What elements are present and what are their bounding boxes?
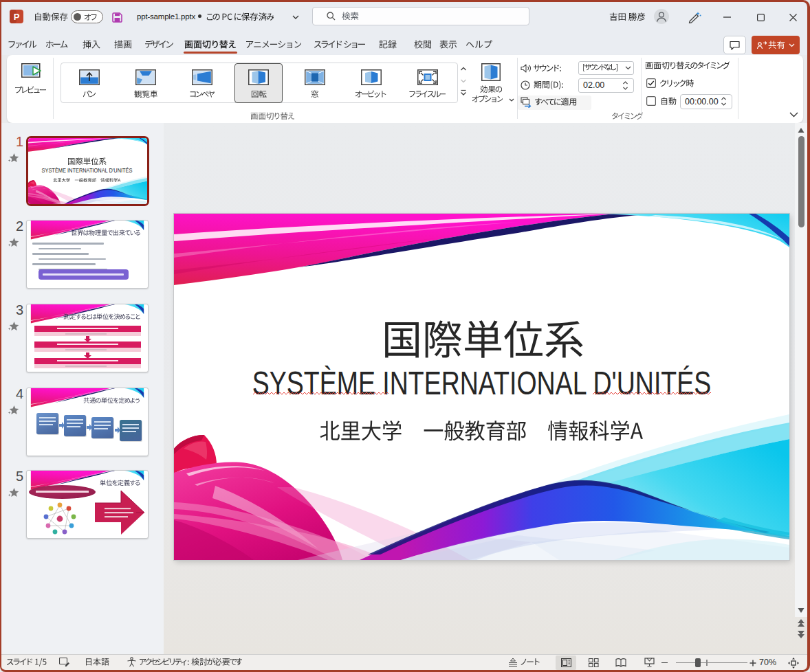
svg-text:P: P xyxy=(14,12,20,22)
